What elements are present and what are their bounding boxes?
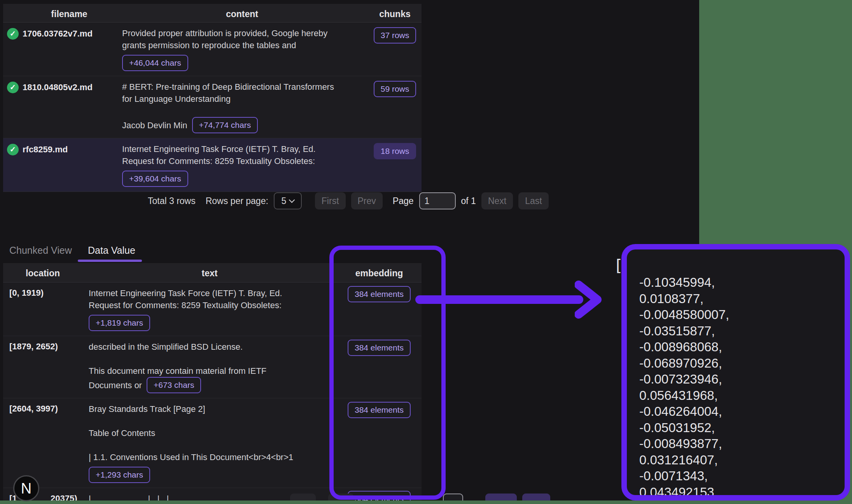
embedding-value: 0.031216407, (639, 452, 845, 468)
chars-badge[interactable]: +673 chars (147, 377, 201, 393)
text-line: This document may contain material from … (89, 365, 330, 377)
embedding-value: 0.056431968, (639, 387, 845, 404)
prev-page-button[interactable]: Prev (351, 192, 383, 209)
text-tail: Documents or (89, 379, 142, 391)
embedding-value: -0.10345994, (639, 274, 845, 291)
n-logo: N (13, 475, 39, 501)
annotation-arrow-head-icon (575, 280, 604, 319)
last-page-button[interactable]: Last (518, 192, 548, 209)
status-column-header (3, 4, 23, 22)
check-circle-icon: ✓ (7, 144, 19, 155)
table-row[interactable]: ✓ 1810.04805v2.md # BERT: Pre-training o… (3, 76, 422, 138)
table-row-selected[interactable]: ✓ rfc8259.md Internet Engineering Task F… (3, 138, 422, 192)
embedding-value: -0.046264004, (639, 403, 845, 420)
first-page-button[interactable]: First (315, 192, 346, 209)
embedding-value: -0.008493877, (639, 436, 845, 452)
content-line: Request for Comments: 8259 Textuality Ob… (122, 155, 361, 167)
chevron-down-icon (289, 197, 295, 203)
embedding-value: -0.0048580007, (639, 307, 845, 323)
location-cell-suffix: 20375) (51, 494, 77, 501)
filename-cell: 1810.04805v2.md (23, 76, 116, 92)
text-line: | 1.1. Conventions Used in This Document… (89, 451, 330, 463)
files-pagination: Total 3 rows Rows per page: 5 First Prev… (148, 192, 549, 210)
content-tail-text: Jacob Devlin Min (122, 119, 187, 131)
embedding-value: -0.007323946, (639, 371, 845, 387)
content-column-header: content (116, 4, 368, 22)
page-label: Page (393, 196, 414, 206)
content-line: # BERT: Pre-training of Deep Bidirection… (122, 81, 361, 93)
filename-cell: rfc8259.md (23, 138, 116, 155)
chars-badge[interactable]: +1,293 chars (89, 467, 150, 483)
active-tab-underline (78, 260, 142, 262)
chars-badge[interactable]: +1,819 chars (89, 315, 150, 331)
text-line: Internet Engineering Task Force (IETF) T… (89, 287, 330, 299)
chunks-badge[interactable]: 37 rows (374, 27, 416, 44)
text-line: Table of Contents (89, 427, 330, 439)
filename-column-header: filename (23, 4, 116, 22)
embedding-value: 0.0108377, (639, 291, 845, 307)
embedding-value: -0.03515877, (639, 323, 845, 339)
embedding-value: -0.008968068, (639, 339, 845, 355)
next-page-button-clipped[interactable] (485, 494, 517, 501)
embedding-values-panel: -0.10345994,0.0108377,-0.0048580007,-0.0… (621, 244, 850, 501)
chars-badge[interactable]: +74,774 chars (192, 117, 258, 133)
total-rows-label: Total 3 rows (148, 196, 196, 206)
annotated-screenshot-canvas: filename content chunks ✓ 1706.03762v7.m… (0, 0, 852, 504)
chunks-badge[interactable]: 59 rows (374, 81, 416, 97)
chunks-column-header: chunks (368, 4, 422, 22)
text-line: Bray Standards Track [Page 2] (89, 403, 330, 415)
embedding-column-highlight-rect (329, 246, 446, 500)
check-circle-icon: ✓ (7, 28, 19, 40)
first-page-button-clipped[interactable] (290, 494, 316, 501)
chunks-badge[interactable]: 18 rows (374, 143, 416, 159)
check-circle-icon: ✓ (7, 82, 19, 93)
text-line: Request for Comments: 8259 Textuality Ob… (89, 299, 330, 311)
files-table-header: filename content chunks (3, 4, 422, 23)
embedding-value: -0.05031952, (639, 420, 845, 436)
rows-per-page-label: Rows per page: (206, 196, 268, 206)
chars-badge[interactable]: +46,044 chars (122, 55, 188, 71)
filename-cell: 1706.03762v7.md (23, 23, 116, 39)
embedding-value: 0.043492153, (639, 484, 845, 501)
last-page-button-clipped[interactable] (522, 494, 550, 501)
embedding-values-list: -0.10345994,0.0108377,-0.0048580007,-0.0… (627, 249, 845, 500)
files-table: filename content chunks ✓ 1706.03762v7.m… (3, 4, 422, 192)
location-cell: [2604, 3997) (3, 398, 82, 414)
page-input-clipped[interactable] (443, 494, 463, 501)
text-line: described in the Simplified BSD License. (89, 341, 330, 353)
location-cell: [0, 1919) (3, 283, 82, 298)
tab-chunked-view[interactable]: Chunked View (9, 245, 72, 256)
content-line: for Language Understanding (122, 93, 361, 105)
annotation-arrow-shaft (415, 295, 583, 304)
content-line: Provided proper attribution is provided,… (122, 27, 361, 39)
table-row[interactable]: ✓ 1706.03762v7.md Provided proper attrib… (3, 23, 422, 76)
chars-badge[interactable]: +39,604 chars (122, 171, 188, 187)
rows-per-page-value: 5 (281, 196, 286, 206)
embedding-value: -0.068970926, (639, 355, 845, 371)
embedding-value: -0.0071343, (639, 468, 845, 484)
location-column-header: location (3, 263, 82, 282)
page-number-input[interactable]: 1 (419, 192, 456, 209)
page-of-label: of 1 (461, 196, 476, 206)
next-page-button[interactable]: Next (481, 192, 513, 209)
location-cell: [1879, 2652) (3, 336, 82, 352)
text-column-header: text (82, 263, 337, 282)
content-line: grants permission to reproduce the table… (122, 39, 361, 51)
tab-data-value[interactable]: Data Value (88, 245, 135, 256)
content-line: Internet Engineering Task Force (IETF) T… (122, 143, 361, 155)
rows-per-page-select[interactable]: 5 (274, 192, 302, 209)
